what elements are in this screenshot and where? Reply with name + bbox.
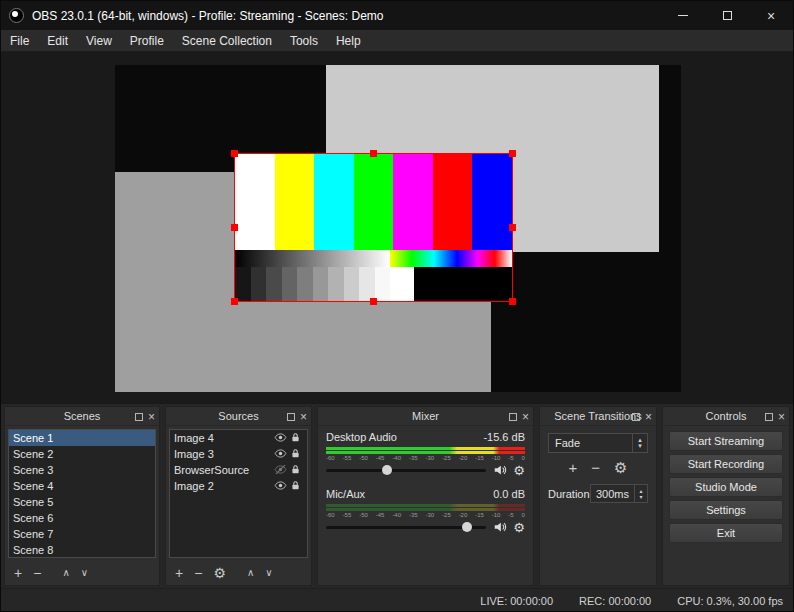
studio-mode-button[interactable]: Studio Mode bbox=[669, 477, 783, 497]
volume-slider[interactable] bbox=[326, 520, 486, 534]
move-scene-down-button[interactable]: ∨ bbox=[81, 568, 88, 578]
menu-item-profile[interactable]: Profile bbox=[121, 30, 173, 52]
volume-slider-handle[interactable] bbox=[382, 465, 392, 475]
eye-slash-icon[interactable] bbox=[273, 463, 288, 476]
eye-icon[interactable] bbox=[273, 447, 288, 460]
dock-float-icon[interactable] bbox=[632, 413, 640, 421]
gray-step bbox=[344, 267, 360, 301]
meter-tick: -10 bbox=[492, 511, 501, 519]
scene-list-item[interactable]: Scene 8 bbox=[9, 542, 155, 558]
dock-close-icon[interactable]: × bbox=[522, 411, 529, 423]
lock-icon[interactable] bbox=[288, 464, 303, 475]
dock-close-icon[interactable]: × bbox=[645, 411, 652, 423]
selection-handle[interactable] bbox=[370, 150, 377, 157]
scenes-dock-header[interactable]: Scenes × bbox=[5, 407, 159, 426]
dock-float-icon[interactable] bbox=[135, 413, 143, 421]
remove-scene-button[interactable]: − bbox=[33, 566, 41, 580]
spinner-arrows-icon[interactable]: ▴ ▾ bbox=[634, 485, 647, 502]
scenes-dock: Scenes × Scene 1 Scene 2 Scene 3 Scene 4… bbox=[4, 406, 160, 586]
volume-meter bbox=[326, 447, 525, 454]
move-source-down-button[interactable]: ∨ bbox=[265, 568, 272, 578]
channel-settings-gear-icon[interactable]: ⚙ bbox=[513, 521, 525, 534]
sources-dock-header[interactable]: Sources × bbox=[166, 407, 311, 426]
remove-source-button[interactable]: − bbox=[194, 566, 202, 580]
menu-item-tools[interactable]: Tools bbox=[281, 30, 327, 52]
canvas-image-black-bottomright bbox=[491, 252, 681, 392]
transition-select[interactable]: Fade ▴ ▾ bbox=[548, 433, 648, 453]
scene-list-item[interactable]: Scene 2 bbox=[9, 446, 155, 462]
meter-tick: -40 bbox=[392, 454, 401, 462]
menu-item-file[interactable]: File bbox=[1, 30, 38, 52]
title-bar[interactable]: OBS 23.0.1 (64-bit, windows) - Profile: … bbox=[1, 1, 793, 30]
gray-step bbox=[313, 267, 329, 301]
spinner-down-icon[interactable]: ▾ bbox=[639, 494, 642, 500]
channel-settings-gear-icon[interactable]: ⚙ bbox=[513, 464, 525, 477]
speaker-icon[interactable] bbox=[492, 463, 507, 477]
lock-icon[interactable] bbox=[288, 448, 303, 459]
dock-close-icon[interactable]: × bbox=[778, 411, 785, 423]
obs-logo-icon[interactable] bbox=[9, 8, 24, 23]
selection-handle[interactable] bbox=[231, 150, 238, 157]
controls-dock-header[interactable]: Controls × bbox=[663, 407, 789, 426]
minimize-button[interactable] bbox=[661, 1, 705, 30]
scene-transitions-dock: Scene Transitions × Fade ▴ ▾ + − ⚙ bbox=[539, 406, 657, 586]
dock-close-icon[interactable]: × bbox=[148, 411, 155, 423]
meter-tick: -10 bbox=[492, 454, 501, 462]
dock-float-icon[interactable] bbox=[509, 413, 517, 421]
selected-source-color-bars[interactable] bbox=[234, 153, 513, 302]
move-scene-up-button[interactable]: ∧ bbox=[62, 568, 69, 578]
source-list-item[interactable]: Image 4 bbox=[170, 430, 307, 446]
eye-icon[interactable] bbox=[273, 479, 288, 492]
duration-spinbox[interactable]: 300ms ▴ ▾ bbox=[590, 484, 648, 503]
selection-handle[interactable] bbox=[370, 298, 377, 305]
scene-list-item[interactable]: Scene 5 bbox=[9, 494, 155, 510]
exit-button[interactable]: Exit bbox=[669, 523, 783, 543]
gray-step bbox=[266, 267, 282, 301]
combo-arrows-icon[interactable]: ▴ ▾ bbox=[632, 434, 647, 452]
source-properties-gear-button[interactable]: ⚙ bbox=[213, 566, 226, 580]
volume-slider-handle[interactable] bbox=[462, 522, 472, 532]
add-source-button[interactable]: + bbox=[175, 566, 183, 580]
dock-float-icon[interactable] bbox=[765, 413, 773, 421]
menu-item-edit[interactable]: Edit bbox=[38, 30, 77, 52]
speaker-icon[interactable] bbox=[492, 520, 507, 534]
selection-handle[interactable] bbox=[509, 224, 516, 231]
scene-list-item[interactable]: Scene 1 bbox=[9, 430, 155, 446]
selection-handle[interactable] bbox=[509, 298, 516, 305]
dock-close-icon[interactable]: × bbox=[300, 411, 307, 423]
menu-item-view[interactable]: View bbox=[77, 30, 121, 52]
mixer-dock-header[interactable]: Mixer × bbox=[318, 407, 533, 426]
menu-item-scene-collection[interactable]: Scene Collection bbox=[173, 30, 281, 52]
volume-slider[interactable] bbox=[326, 463, 486, 477]
transitions-dock-header[interactable]: Scene Transitions × bbox=[540, 407, 656, 426]
scene-canvas[interactable] bbox=[115, 65, 681, 392]
menu-item-help[interactable]: Help bbox=[327, 30, 370, 52]
gray-step bbox=[297, 267, 313, 301]
remove-transition-button[interactable]: − bbox=[591, 460, 600, 475]
add-transition-button[interactable]: + bbox=[569, 460, 578, 475]
selection-handle[interactable] bbox=[231, 298, 238, 305]
scene-list-item[interactable]: Scene 6 bbox=[9, 510, 155, 526]
meter-tick: -45 bbox=[376, 511, 385, 519]
start-streaming-button[interactable]: Start Streaming bbox=[669, 431, 783, 451]
lock-icon[interactable] bbox=[288, 480, 303, 491]
settings-button[interactable]: Settings bbox=[669, 500, 783, 520]
selection-handle[interactable] bbox=[509, 150, 516, 157]
dock-float-icon[interactable] bbox=[287, 413, 295, 421]
move-source-up-button[interactable]: ∧ bbox=[247, 568, 254, 578]
source-list-item[interactable]: Image 3 bbox=[170, 446, 307, 462]
start-recording-button[interactable]: Start Recording bbox=[669, 454, 783, 474]
preview-area[interactable] bbox=[1, 52, 793, 404]
scene-list-item[interactable]: Scene 3 bbox=[9, 462, 155, 478]
close-button[interactable]: × bbox=[749, 1, 793, 30]
eye-icon[interactable] bbox=[273, 431, 288, 444]
scene-list-item[interactable]: Scene 4 bbox=[9, 478, 155, 494]
source-list-item[interactable]: BrowserSource bbox=[170, 462, 307, 478]
add-scene-button[interactable]: + bbox=[14, 566, 22, 580]
transition-properties-gear-button[interactable]: ⚙ bbox=[614, 460, 627, 475]
selection-handle[interactable] bbox=[231, 224, 238, 231]
maximize-button[interactable] bbox=[705, 1, 749, 30]
source-list-item[interactable]: Image 2 bbox=[170, 478, 307, 494]
scene-list-item[interactable]: Scene 7 bbox=[9, 526, 155, 542]
lock-icon[interactable] bbox=[288, 432, 303, 443]
